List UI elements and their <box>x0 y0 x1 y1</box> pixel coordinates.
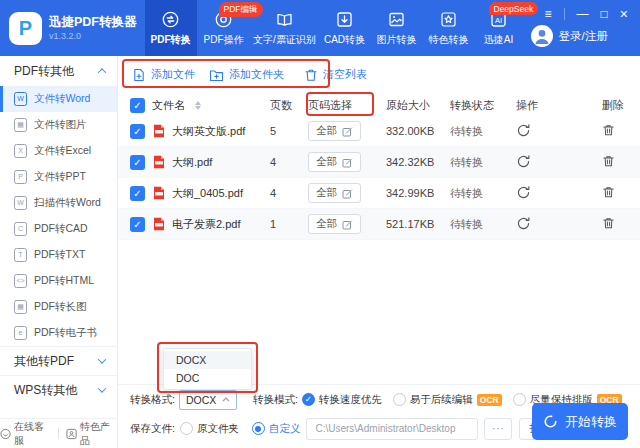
radio-original-folder[interactable] <box>180 422 193 435</box>
refresh-icon <box>516 216 531 231</box>
file-image-icon: ▦ <box>14 118 27 132</box>
sidebar-item-label: PDF转电子书 <box>34 326 97 340</box>
convert-action-button[interactable] <box>516 154 531 169</box>
pdf-edit-badge: PDF编辑 <box>219 2 263 17</box>
cad-icon <box>335 10 354 29</box>
save-path-input[interactable]: C:\Users\Administrator\Desktop <box>306 418 478 440</box>
file-ppt-icon: P <box>14 170 27 184</box>
clear-list-button[interactable]: 清空列表 <box>304 67 367 82</box>
format-select[interactable]: DOCX <box>179 390 237 410</box>
tab-cad-convert[interactable]: CAD转换 <box>319 0 371 56</box>
sidebar-item-pdf-to-ebook[interactable]: e PDF转电子书 <box>0 320 117 346</box>
radio-keep-layout[interactable] <box>513 393 526 406</box>
sidebar-footer: 在线客服 特色产品 <box>0 418 117 448</box>
menu-icon[interactable]: ≡ <box>545 8 552 20</box>
radio-speed-first[interactable]: ✓ <box>302 393 315 406</box>
sidebar-item-pdf-to-cad[interactable]: C PDF转CAD <box>0 216 117 242</box>
sidebar-item-pdf-to-txt[interactable]: T PDF转TXT <box>0 242 117 268</box>
app-logo-icon: P <box>9 12 42 45</box>
table-row: ✓ 大纲_0405.pdf 4 全部 342.99KB 待转换 <box>118 178 640 209</box>
table-row: ✓ 大纲英文版.pdf 5 全部 332.00KB 待转换 <box>118 116 640 147</box>
featured-products-link[interactable]: 特色产品 <box>66 420 117 448</box>
convert-action-button[interactable] <box>516 216 531 231</box>
delete-row-button[interactable] <box>602 154 615 168</box>
refresh-icon <box>516 154 531 169</box>
sidebar-item-file-to-image[interactable]: ▦ 文件转图片 <box>0 112 117 138</box>
sidebar-item-scan-to-word[interactable]: W 扫描件转Word <box>0 190 117 216</box>
sidebar-item-pdf-to-long-image[interactable]: ▦ PDF转长图 <box>0 294 117 320</box>
sidebar-item-label: PDF转HTML <box>34 274 94 288</box>
tab-pdf-convert[interactable]: PDF转换 <box>145 0 197 56</box>
maximize-button[interactable]: □ <box>601 8 608 20</box>
table-row: ✓ 大纲.pdf 4 全部 342.32KB 待转换 <box>118 147 640 178</box>
add-file-button[interactable]: 添加文件 <box>132 67 195 82</box>
convert-action-button[interactable] <box>516 185 531 200</box>
featured-products-label: 特色产品 <box>80 420 117 448</box>
minimize-button[interactable]: — <box>577 8 589 20</box>
online-service-link[interactable]: 在线客服 <box>0 420 51 448</box>
chevron-down-icon <box>98 384 106 392</box>
tab-image-convert[interactable]: 图片转换 <box>371 0 423 56</box>
convert-action-button[interactable] <box>516 123 531 138</box>
scan-word-icon: W <box>14 196 27 210</box>
format-dropdown-menu: DOCX DOC <box>163 348 252 390</box>
sidebar-group-wps-to-other[interactable]: WPS转其他 <box>0 375 117 404</box>
page-select-button[interactable]: 全部 <box>308 214 361 234</box>
footer-divider <box>58 428 59 439</box>
row-checkbox[interactable]: ✓ <box>130 155 145 170</box>
refresh-icon <box>516 185 531 200</box>
image-icon <box>387 10 406 29</box>
sidebar-item-file-to-ppt[interactable]: P 文件转PPT <box>0 164 117 190</box>
add-folder-button[interactable]: 添加文件夹 <box>209 67 284 82</box>
pdf-txt-icon: T <box>14 248 27 262</box>
dropdown-option-docx[interactable]: DOCX <box>164 351 251 369</box>
tab-label: 图片转换 <box>377 33 417 47</box>
pdf-long-image-icon: ▦ <box>14 300 27 314</box>
save-label: 保存文件: <box>130 422 175 436</box>
main-content: 添加文件 添加文件夹 清空列表 ✓ 文件名 页数 页码选择 原始大小 <box>118 56 640 448</box>
start-convert-button[interactable]: 开始转换 <box>532 403 628 440</box>
avatar <box>531 25 553 47</box>
page-select-button[interactable]: 全部 <box>308 121 361 141</box>
status-text: 待转换 <box>450 217 512 232</box>
chevron-up-icon <box>98 68 106 76</box>
radio-easy-edit[interactable] <box>393 393 406 406</box>
tab-special-convert[interactable]: 特色转换 <box>423 0 475 56</box>
tab-pdf-operate[interactable]: PDF编辑 PDF操作 <box>197 0 251 56</box>
close-button[interactable]: × <box>620 7 628 21</box>
add-file-label: 添加文件 <box>151 67 195 82</box>
delete-row-button[interactable] <box>602 123 615 137</box>
sidebar: PDF转其他 W 文件转Word ▦ 文件转图片 X 文件转Excel P 文件… <box>0 56 118 448</box>
app-window: P 迅捷PDF转换器 v1.3.2.0 PDF转换 PDF编辑 PDF操作 文字… <box>0 0 640 448</box>
page-select-button[interactable]: 全部 <box>308 183 361 203</box>
chevron-down-icon <box>98 355 106 363</box>
file-word-icon: W <box>14 92 27 106</box>
file-name: 大纲.pdf <box>172 155 212 170</box>
sidebar-group-pdf-to-other[interactable]: PDF转其他 <box>0 56 117 86</box>
dropdown-option-doc[interactable]: DOC <box>164 369 251 387</box>
file-name: 电子发票2.pdf <box>172 217 240 232</box>
app-logo: P 迅捷PDF转换器 v1.3.2.0 <box>0 0 145 56</box>
sidebar-item-pdf-to-html[interactable]: <> PDF转HTML <box>0 268 117 294</box>
tab-xunjie-ai[interactable]: DeepSeek AI 迅捷AI <box>475 0 523 56</box>
status-text: 待转换 <box>450 124 512 139</box>
sidebar-item-file-to-word[interactable]: W 文件转Word <box>0 86 117 112</box>
login-area[interactable]: 登录/注册 <box>531 24 608 48</box>
row-checkbox[interactable]: ✓ <box>130 186 145 201</box>
row-checkbox[interactable]: ✓ <box>130 217 145 232</box>
deepseek-badge: DeepSeek <box>489 2 539 15</box>
sidebar-group-other-to-pdf[interactable]: 其他转PDF <box>0 346 117 375</box>
file-toolbar: 添加文件 添加文件夹 清空列表 <box>126 61 632 88</box>
pdf-ebook-icon: e <box>14 326 27 340</box>
page-select-button[interactable]: 全部 <box>308 152 361 172</box>
select-all-checkbox[interactable]: ✓ <box>130 98 145 113</box>
radio-custom-folder[interactable] <box>252 422 265 435</box>
sidebar-item-file-to-excel[interactable]: X 文件转Excel <box>0 138 117 164</box>
browse-path-button[interactable]: ··· <box>484 418 512 440</box>
row-checkbox[interactable]: ✓ <box>130 124 145 139</box>
header-page-select: 页码选择 <box>308 98 386 113</box>
delete-row-button[interactable] <box>602 185 615 199</box>
app-title: 迅捷PDF转换器 <box>49 15 137 31</box>
sort-icon[interactable] <box>195 101 201 110</box>
delete-row-button[interactable] <box>602 216 615 230</box>
